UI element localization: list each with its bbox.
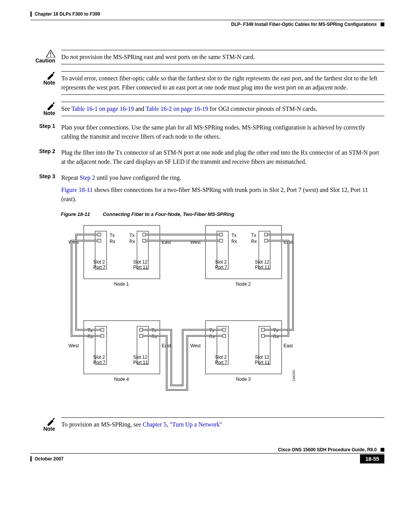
svg-rect-12 (143, 239, 146, 242)
header-rule (30, 20, 384, 20)
svg-rect-63 (223, 328, 226, 331)
svg-text:Slot 2: Slot 2 (93, 355, 105, 360)
svg-text:Slot 2: Slot 2 (215, 259, 227, 265)
svg-rect-48 (140, 334, 143, 337)
step-label: Step 1 (30, 123, 55, 141)
step-block: Step 3 Repeat Step 2 until you have conf… (30, 173, 384, 204)
svg-text:Rx: Rx (129, 239, 135, 244)
svg-text:Port 11: Port 11 (255, 265, 270, 270)
svg-rect-11 (143, 233, 146, 236)
svg-text:Slot 2: Slot 2 (215, 355, 227, 360)
step-block: Step 1 Plan your fiber connections. Use … (30, 123, 384, 141)
note1-text: To avoid error, connect fiber-optic cabl… (61, 71, 384, 95)
svg-text:West: West (68, 343, 79, 348)
figure-title: Connecting Fiber to a Four-Node, Two-Fib… (103, 211, 234, 217)
svg-text:Port 7: Port 7 (93, 360, 105, 365)
figure-number: Figure 18-11 (61, 211, 90, 217)
link-chapter-5[interactable]: Chapter 5, "Turn Up a Network" (143, 421, 222, 428)
caution-text: Do not provision the MS-SPRing east and … (61, 50, 384, 64)
svg-text:Port 7: Port 7 (215, 265, 227, 270)
svg-rect-29 (264, 233, 268, 236)
note-label: Note (30, 80, 55, 86)
step-label: Step 3 (30, 173, 55, 204)
svg-rect-27 (220, 233, 223, 236)
svg-text:Port 11: Port 11 (133, 360, 148, 365)
svg-rect-64 (223, 334, 226, 337)
svg-rect-30 (264, 239, 268, 242)
document-page: Chapter 18 DLPs F300 to F399 DLP- F349 I… (0, 0, 411, 475)
figure-caption: Figure 18-11 Connecting Fiber to a Four-… (61, 211, 384, 217)
page-number: 18-55 (360, 454, 384, 463)
svg-text:Rx: Rx (251, 239, 257, 244)
svg-text:East: East (284, 343, 293, 348)
caution-block: Caution Do not provision the MS-SPRing e… (30, 50, 384, 64)
header-section: DLP- F349 Install Fiber-Optic Cables for… (231, 22, 384, 27)
svg-text:West: West (190, 343, 201, 348)
svg-text:Slot 12: Slot 12 (255, 355, 269, 360)
svg-point-1 (50, 56, 51, 56)
svg-text:Port 7: Port 7 (93, 265, 105, 270)
link-table-16-2[interactable]: Table 16-2 on page 16-19 (146, 105, 208, 112)
svg-text:Tx: Tx (251, 233, 256, 238)
svg-text:Node 1: Node 1 (114, 281, 129, 287)
svg-text:Slot 2: Slot 2 (93, 259, 105, 265)
step-block: Step 2 Plug the fiber into the Tx connec… (30, 148, 384, 166)
step2-text: Plug the fiber into the Tx connector of … (61, 148, 384, 166)
svg-text:Port 11: Port 11 (133, 265, 148, 270)
header-chapter: Chapter 18 DLPs F300 to F399 (30, 11, 100, 17)
svg-text:Node 4: Node 4 (114, 377, 129, 382)
svg-text:134293: 134293 (292, 370, 296, 382)
note-block: Note To avoid error, connect fiber-optic… (30, 71, 384, 95)
svg-rect-10 (98, 239, 101, 242)
link-table-16-1[interactable]: Table 16-1 on page 16-19 (72, 105, 134, 112)
step-label: Step 2 (30, 148, 55, 166)
svg-text:Port 11: Port 11 (255, 360, 270, 365)
svg-rect-28 (220, 239, 223, 242)
step1-text: Plan your fiber connections. Use the sam… (61, 123, 384, 141)
svg-rect-65 (261, 328, 264, 331)
note3-text: To provision an MS-SPRing, see Chapter 5… (61, 417, 384, 432)
footer-date: October 2007 (30, 456, 64, 462)
svg-text:Tx: Tx (129, 233, 134, 238)
svg-rect-66 (261, 334, 264, 337)
svg-text:Tx: Tx (110, 233, 115, 238)
note-label: Note (30, 110, 55, 116)
svg-rect-47 (140, 328, 143, 331)
pen-icon (30, 71, 55, 80)
svg-text:Rx: Rx (231, 239, 237, 244)
svg-text:Node 3: Node 3 (236, 377, 251, 382)
svg-rect-9 (98, 233, 101, 236)
note-block: Note To provision an MS-SPRing, see Chap… (30, 417, 384, 432)
page-header: Chapter 18 DLPs F300 to F399 (30, 11, 384, 17)
svg-rect-45 (101, 328, 104, 331)
caution-label: Caution (30, 58, 55, 64)
note-label: Note (30, 426, 55, 432)
caution-icon (30, 50, 55, 58)
svg-text:Node 2: Node 2 (236, 281, 251, 287)
link-step-2[interactable]: Step 2 (80, 174, 95, 181)
svg-text:Port 7: Port 7 (215, 360, 227, 365)
footer-guide: Cisco ONS 15600 SDH Procedure Guide, R8.… (278, 447, 377, 452)
link-figure-18-11[interactable]: Figure 18-11 (61, 187, 93, 193)
svg-text:Slot 12: Slot 12 (133, 355, 148, 360)
ring-diagram: Tx Rx Tx Rx West East Slot 2 Port 7 Slot… (61, 222, 384, 406)
note2-text: See Table 16-1 on page 16-19 and Table 1… (61, 102, 384, 116)
note-block: Note See Table 16-1 on page 16-19 and Ta… (30, 102, 384, 116)
pen-icon (30, 417, 55, 426)
page-subheader: DLP- F349 Install Fiber-Optic Cables for… (30, 22, 384, 27)
svg-text:Tx: Tx (231, 233, 236, 238)
pen-icon (30, 102, 55, 110)
page-footer: Cisco ONS 15600 SDH Procedure Guide, R8.… (30, 447, 384, 463)
svg-text:Slot 12: Slot 12 (255, 259, 269, 265)
svg-text:Rx: Rx (110, 239, 115, 244)
svg-text:Slot 12: Slot 12 (133, 259, 148, 265)
svg-rect-46 (101, 334, 104, 337)
step3-text: Repeat Step 2 until you have configured … (61, 173, 384, 204)
